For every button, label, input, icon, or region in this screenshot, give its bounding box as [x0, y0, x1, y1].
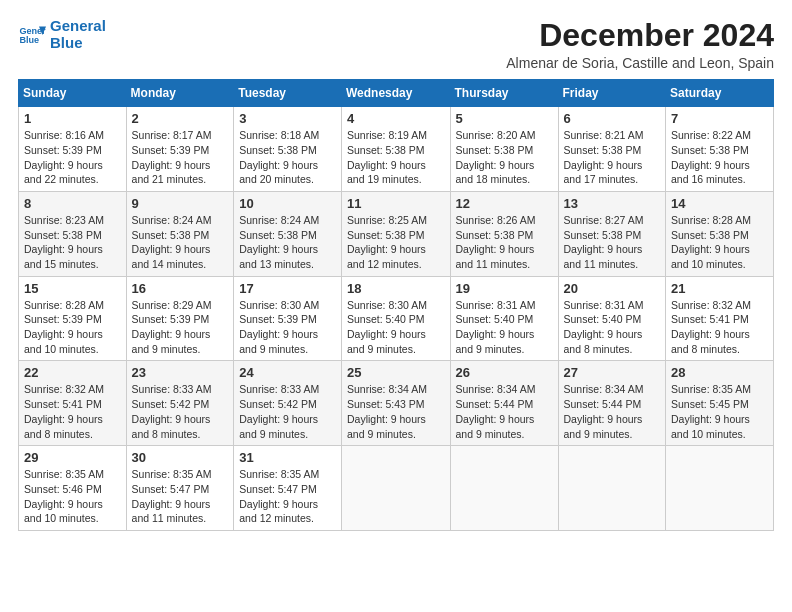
day-info: Sunrise: 8:35 AMSunset: 5:45 PMDaylight:… — [671, 383, 751, 439]
day-number: 23 — [132, 365, 230, 380]
day-number: 29 — [24, 450, 122, 465]
day-number: 5 — [456, 111, 554, 126]
day-number: 25 — [347, 365, 446, 380]
table-row: 2Sunrise: 8:17 AMSunset: 5:39 PMDaylight… — [126, 107, 234, 192]
day-info: Sunrise: 8:33 AMSunset: 5:42 PMDaylight:… — [239, 383, 319, 439]
table-row — [558, 446, 666, 531]
col-tuesday: Tuesday — [234, 80, 342, 107]
table-row — [666, 446, 774, 531]
table-row: 31Sunrise: 8:35 AMSunset: 5:47 PMDayligh… — [234, 446, 342, 531]
day-number: 24 — [239, 365, 337, 380]
table-row: 28Sunrise: 8:35 AMSunset: 5:45 PMDayligh… — [666, 361, 774, 446]
day-number: 10 — [239, 196, 337, 211]
day-info: Sunrise: 8:28 AMSunset: 5:39 PMDaylight:… — [24, 299, 104, 355]
table-row: 12Sunrise: 8:26 AMSunset: 5:38 PMDayligh… — [450, 191, 558, 276]
table-row: 3Sunrise: 8:18 AMSunset: 5:38 PMDaylight… — [234, 107, 342, 192]
day-number: 4 — [347, 111, 446, 126]
day-info: Sunrise: 8:28 AMSunset: 5:38 PMDaylight:… — [671, 214, 751, 270]
week-row-4: 22Sunrise: 8:32 AMSunset: 5:41 PMDayligh… — [19, 361, 774, 446]
table-row: 27Sunrise: 8:34 AMSunset: 5:44 PMDayligh… — [558, 361, 666, 446]
table-row: 18Sunrise: 8:30 AMSunset: 5:40 PMDayligh… — [341, 276, 450, 361]
day-number: 14 — [671, 196, 769, 211]
table-row: 17Sunrise: 8:30 AMSunset: 5:39 PMDayligh… — [234, 276, 342, 361]
day-info: Sunrise: 8:32 AMSunset: 5:41 PMDaylight:… — [24, 383, 104, 439]
day-number: 1 — [24, 111, 122, 126]
table-row: 10Sunrise: 8:24 AMSunset: 5:38 PMDayligh… — [234, 191, 342, 276]
day-info: Sunrise: 8:29 AMSunset: 5:39 PMDaylight:… — [132, 299, 212, 355]
day-number: 7 — [671, 111, 769, 126]
day-info: Sunrise: 8:34 AMSunset: 5:44 PMDaylight:… — [456, 383, 536, 439]
day-number: 19 — [456, 281, 554, 296]
col-sunday: Sunday — [19, 80, 127, 107]
table-row: 24Sunrise: 8:33 AMSunset: 5:42 PMDayligh… — [234, 361, 342, 446]
day-number: 11 — [347, 196, 446, 211]
day-number: 15 — [24, 281, 122, 296]
table-row: 5Sunrise: 8:20 AMSunset: 5:38 PMDaylight… — [450, 107, 558, 192]
day-info: Sunrise: 8:33 AMSunset: 5:42 PMDaylight:… — [132, 383, 212, 439]
day-info: Sunrise: 8:32 AMSunset: 5:41 PMDaylight:… — [671, 299, 751, 355]
day-number: 3 — [239, 111, 337, 126]
day-info: Sunrise: 8:21 AMSunset: 5:38 PMDaylight:… — [564, 129, 644, 185]
day-info: Sunrise: 8:27 AMSunset: 5:38 PMDaylight:… — [564, 214, 644, 270]
day-number: 28 — [671, 365, 769, 380]
day-info: Sunrise: 8:31 AMSunset: 5:40 PMDaylight:… — [564, 299, 644, 355]
day-info: Sunrise: 8:24 AMSunset: 5:38 PMDaylight:… — [239, 214, 319, 270]
table-row: 11Sunrise: 8:25 AMSunset: 5:38 PMDayligh… — [341, 191, 450, 276]
col-friday: Friday — [558, 80, 666, 107]
table-row: 30Sunrise: 8:35 AMSunset: 5:47 PMDayligh… — [126, 446, 234, 531]
table-row: 16Sunrise: 8:29 AMSunset: 5:39 PMDayligh… — [126, 276, 234, 361]
table-row: 22Sunrise: 8:32 AMSunset: 5:41 PMDayligh… — [19, 361, 127, 446]
table-row: 26Sunrise: 8:34 AMSunset: 5:44 PMDayligh… — [450, 361, 558, 446]
day-info: Sunrise: 8:18 AMSunset: 5:38 PMDaylight:… — [239, 129, 319, 185]
table-row: 23Sunrise: 8:33 AMSunset: 5:42 PMDayligh… — [126, 361, 234, 446]
day-info: Sunrise: 8:30 AMSunset: 5:39 PMDaylight:… — [239, 299, 319, 355]
logo-icon: General Blue — [18, 21, 46, 49]
page: General Blue General Blue December 2024 … — [0, 0, 792, 612]
day-info: Sunrise: 8:20 AMSunset: 5:38 PMDaylight:… — [456, 129, 536, 185]
table-row: 29Sunrise: 8:35 AMSunset: 5:46 PMDayligh… — [19, 446, 127, 531]
day-number: 17 — [239, 281, 337, 296]
day-info: Sunrise: 8:35 AMSunset: 5:47 PMDaylight:… — [132, 468, 212, 524]
day-info: Sunrise: 8:22 AMSunset: 5:38 PMDaylight:… — [671, 129, 751, 185]
day-number: 6 — [564, 111, 662, 126]
day-info: Sunrise: 8:26 AMSunset: 5:38 PMDaylight:… — [456, 214, 536, 270]
table-row: 8Sunrise: 8:23 AMSunset: 5:38 PMDaylight… — [19, 191, 127, 276]
table-row: 21Sunrise: 8:32 AMSunset: 5:41 PMDayligh… — [666, 276, 774, 361]
day-info: Sunrise: 8:17 AMSunset: 5:39 PMDaylight:… — [132, 129, 212, 185]
day-number: 12 — [456, 196, 554, 211]
day-number: 9 — [132, 196, 230, 211]
col-monday: Monday — [126, 80, 234, 107]
logo-text: General Blue — [50, 18, 106, 51]
week-row-3: 15Sunrise: 8:28 AMSunset: 5:39 PMDayligh… — [19, 276, 774, 361]
table-row — [450, 446, 558, 531]
table-row — [341, 446, 450, 531]
day-number: 8 — [24, 196, 122, 211]
col-thursday: Thursday — [450, 80, 558, 107]
day-number: 21 — [671, 281, 769, 296]
day-info: Sunrise: 8:31 AMSunset: 5:40 PMDaylight:… — [456, 299, 536, 355]
subtitle: Almenar de Soria, Castille and Leon, Spa… — [506, 55, 774, 71]
col-saturday: Saturday — [666, 80, 774, 107]
table-row: 19Sunrise: 8:31 AMSunset: 5:40 PMDayligh… — [450, 276, 558, 361]
table-row: 4Sunrise: 8:19 AMSunset: 5:38 PMDaylight… — [341, 107, 450, 192]
day-number: 30 — [132, 450, 230, 465]
svg-text:Blue: Blue — [19, 35, 39, 45]
day-info: Sunrise: 8:35 AMSunset: 5:46 PMDaylight:… — [24, 468, 104, 524]
table-row: 14Sunrise: 8:28 AMSunset: 5:38 PMDayligh… — [666, 191, 774, 276]
day-number: 22 — [24, 365, 122, 380]
table-row: 7Sunrise: 8:22 AMSunset: 5:38 PMDaylight… — [666, 107, 774, 192]
logo-line1: General — [50, 17, 106, 34]
day-number: 27 — [564, 365, 662, 380]
calendar-header-row: Sunday Monday Tuesday Wednesday Thursday… — [19, 80, 774, 107]
day-info: Sunrise: 8:16 AMSunset: 5:39 PMDaylight:… — [24, 129, 104, 185]
table-row: 1Sunrise: 8:16 AMSunset: 5:39 PMDaylight… — [19, 107, 127, 192]
day-info: Sunrise: 8:35 AMSunset: 5:47 PMDaylight:… — [239, 468, 319, 524]
logo: General Blue General Blue — [18, 18, 106, 51]
table-row: 9Sunrise: 8:24 AMSunset: 5:38 PMDaylight… — [126, 191, 234, 276]
table-row: 6Sunrise: 8:21 AMSunset: 5:38 PMDaylight… — [558, 107, 666, 192]
table-row: 13Sunrise: 8:27 AMSunset: 5:38 PMDayligh… — [558, 191, 666, 276]
calendar: Sunday Monday Tuesday Wednesday Thursday… — [18, 79, 774, 531]
day-number: 2 — [132, 111, 230, 126]
day-info: Sunrise: 8:23 AMSunset: 5:38 PMDaylight:… — [24, 214, 104, 270]
col-wednesday: Wednesday — [341, 80, 450, 107]
